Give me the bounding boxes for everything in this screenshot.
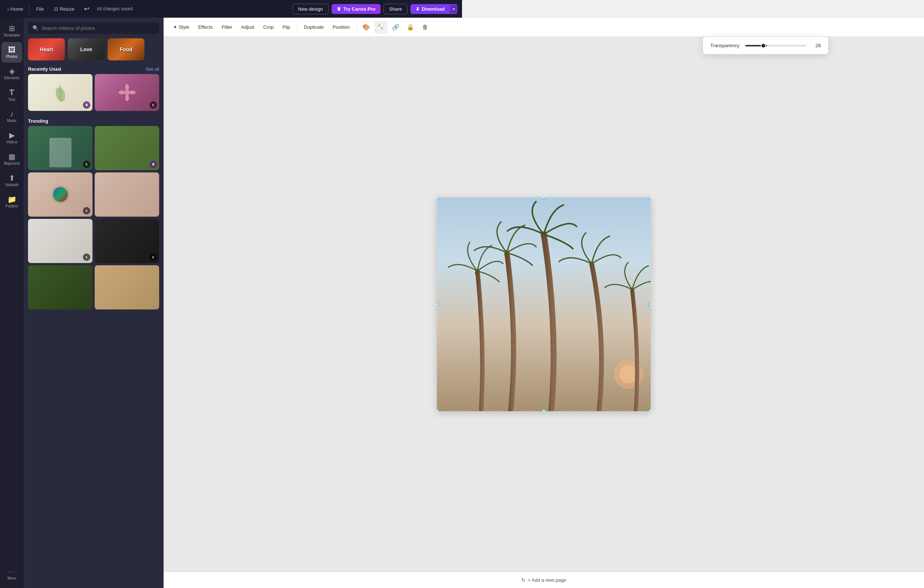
- download-main-button[interactable]: ⬇ Download: [411, 4, 450, 14]
- canvas-page[interactable]: ↻: [437, 198, 462, 294]
- canvas-area: ✦ Style Effects Filter Adjust Crop Flip …: [163, 18, 462, 294]
- background-label: Bkground: [4, 161, 20, 165]
- saved-status: All changes saved: [97, 6, 290, 12]
- search-icon: 🔍: [32, 25, 39, 31]
- position-button[interactable]: Position: [329, 22, 353, 32]
- resize-icon: ⊡: [54, 6, 58, 12]
- text-label: Text: [8, 97, 15, 102]
- link-button[interactable]: 🔗: [389, 21, 402, 34]
- templates-label: Templates: [3, 33, 20, 37]
- sidebar-item-templates[interactable]: ⊞ Templates: [2, 21, 22, 41]
- filter-label: Filter: [221, 24, 232, 30]
- download-label: Download: [422, 6, 445, 12]
- new-design-button[interactable]: New design: [292, 4, 328, 14]
- try-pro-label: Try Canva Pro: [343, 6, 375, 12]
- search-bar: 🔍: [28, 22, 159, 34]
- badge-0: £: [83, 161, 90, 168]
- svg-rect-8: [381, 24, 383, 27]
- category-chip-love[interactable]: Love: [68, 38, 105, 60]
- trending-photo-5[interactable]: £: [95, 219, 159, 263]
- sidebar-item-elements[interactable]: ◈ Elements: [2, 63, 22, 84]
- trending-photo-4[interactable]: £: [28, 219, 92, 263]
- style-button[interactable]: ✦ Style: [170, 22, 193, 32]
- file-button[interactable]: File: [32, 5, 48, 13]
- try-pro-button[interactable]: ♛ Try Canva Pro: [332, 4, 381, 14]
- chevron-left-icon: ‹: [7, 6, 9, 12]
- search-input[interactable]: [41, 25, 155, 31]
- flip-button[interactable]: Flip: [279, 22, 294, 32]
- sidebar-item-photos[interactable]: 🖼 Photos: [2, 42, 22, 63]
- trending-title: Trending: [28, 118, 48, 124]
- badge-pound-1: £: [150, 101, 157, 109]
- home-label: Home: [10, 6, 23, 12]
- trending-header: Trending: [23, 115, 163, 126]
- adjust-button[interactable]: Adjust: [237, 22, 258, 32]
- duplicate-button[interactable]: Duplicate: [300, 22, 328, 32]
- nav-divider-1: [29, 5, 30, 13]
- resize-button[interactable]: ⊡ Resize: [51, 5, 78, 13]
- svg-rect-11: [437, 198, 462, 294]
- badge-2: £: [83, 207, 90, 215]
- trending-photo-2[interactable]: £: [28, 172, 92, 216]
- download-icon: ⬇: [416, 6, 420, 12]
- trending-photo-1[interactable]: ♛: [95, 126, 159, 170]
- lock-button[interactable]: 🔒: [404, 21, 417, 34]
- sidebar-item-text[interactable]: T Text: [2, 85, 22, 106]
- trending-photo-6[interactable]: [28, 265, 92, 294]
- undo-button[interactable]: ↩: [81, 3, 92, 14]
- effects-label: Effects: [198, 24, 213, 30]
- effects-button[interactable]: Effects: [195, 22, 217, 32]
- uploads-icon: ⬆: [9, 174, 15, 182]
- style-label: Style: [179, 24, 190, 30]
- trending-photo-7[interactable]: [95, 265, 159, 294]
- crown-icon: ♛: [337, 6, 341, 12]
- sidebar-item-music[interactable]: ♪ Music: [2, 106, 22, 127]
- elements-icon: ◈: [9, 68, 15, 75]
- chip-heart-label: Heart: [28, 38, 65, 60]
- canvas-image: ↻: [437, 198, 462, 294]
- see-all-link[interactable]: See all: [145, 67, 159, 72]
- sidebar-item-uploads[interactable]: ⬆ Uploads: [2, 170, 22, 191]
- crop-button[interactable]: Crop: [259, 22, 277, 32]
- download-caret-button[interactable]: ▾: [450, 5, 457, 13]
- svg-point-6: [130, 91, 135, 94]
- paintbucket-button[interactable]: 🎨: [360, 21, 373, 34]
- trending-photo-0[interactable]: £: [28, 126, 92, 170]
- sidebar-item-background[interactable]: ▦ Bkground: [2, 149, 22, 170]
- recently-used-photo-1[interactable]: £: [95, 74, 159, 111]
- recently-used-grid: ♛ £: [23, 74, 163, 115]
- uploads-label: Uploads: [5, 183, 19, 187]
- transparency-button[interactable]: [374, 21, 388, 34]
- palm-tree-svg: [437, 198, 462, 294]
- recently-used-photo-0[interactable]: ♛: [28, 74, 92, 111]
- toolbar-separator-2: [356, 23, 356, 32]
- home-button[interactable]: ‹ Home: [5, 5, 26, 13]
- download-button-group: ⬇ Download ▾: [411, 4, 457, 14]
- share-button[interactable]: Share: [383, 4, 408, 14]
- category-chip-food[interactable]: Food: [107, 38, 144, 60]
- flip-label: Flip: [282, 24, 290, 30]
- music-label: Music: [7, 119, 16, 123]
- videos-icon: ▶: [9, 132, 15, 139]
- trending-photo-3[interactable]: [95, 172, 159, 216]
- badge-crown-0: ♛: [83, 101, 90, 109]
- filter-button[interactable]: Filter: [218, 22, 236, 32]
- music-icon: ♪: [10, 110, 14, 117]
- sidebar-item-folders[interactable]: 📁 Folders: [2, 192, 22, 212]
- chip-food-label: Food: [107, 38, 144, 60]
- sidebar-item-videos[interactable]: ▶ Videos: [2, 127, 22, 148]
- style-icon: ✦: [173, 24, 177, 30]
- position-label: Position: [333, 24, 350, 30]
- category-chip-heart[interactable]: Heart: [28, 38, 65, 60]
- chip-love-label: Love: [68, 38, 105, 60]
- svg-rect-10: [381, 27, 383, 30]
- svg-point-3: [125, 84, 129, 90]
- videos-label: Videos: [6, 140, 17, 144]
- elements-label: Elements: [4, 76, 20, 80]
- left-sidebar: ⊞ Templates 🖼 Photos ◈ Elements T Text ♪…: [0, 18, 23, 294]
- badge-4: £: [83, 253, 90, 261]
- delete-button[interactable]: 🗑: [419, 21, 432, 34]
- file-label: File: [36, 6, 44, 12]
- background-icon: ▦: [8, 153, 15, 160]
- transparency-icon: [378, 24, 384, 31]
